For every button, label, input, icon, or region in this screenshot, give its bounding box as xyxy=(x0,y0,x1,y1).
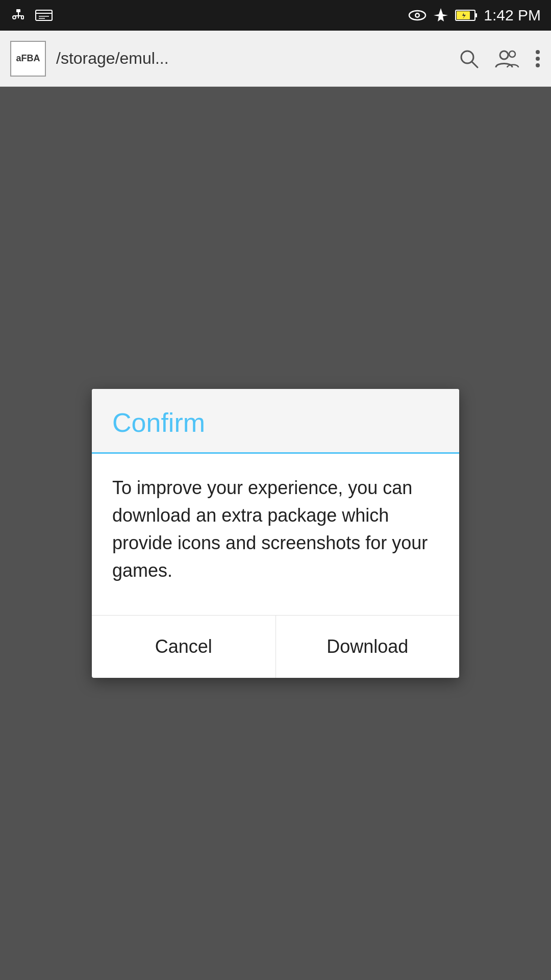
svg-point-19 xyxy=(536,50,540,54)
more-icon[interactable] xyxy=(535,48,541,69)
search-icon[interactable] xyxy=(458,48,480,69)
svg-rect-5 xyxy=(36,10,52,20)
dialog-message: To improve your experience, you can down… xyxy=(112,474,439,584)
svg-rect-0 xyxy=(16,9,20,12)
airplane-icon xyxy=(433,7,449,23)
svg-line-16 xyxy=(472,62,478,67)
dialog-overlay: Confirm To improve your experience, you … xyxy=(0,87,551,980)
dialog-title: Confirm xyxy=(112,408,205,437)
svg-rect-4 xyxy=(21,16,23,19)
users-icon[interactable] xyxy=(495,48,519,69)
dialog-header: Confirm xyxy=(92,389,459,454)
cancel-button[interactable]: Cancel xyxy=(92,616,276,678)
svg-point-21 xyxy=(536,63,540,67)
eye-icon xyxy=(408,8,427,22)
svg-point-20 xyxy=(536,57,540,61)
app-bar: aFBA /storage/emul... xyxy=(0,31,551,87)
confirm-dialog: Confirm To improve your experience, you … xyxy=(92,389,459,678)
svg-point-17 xyxy=(500,51,508,59)
svg-point-3 xyxy=(13,16,16,19)
svg-point-18 xyxy=(509,51,515,57)
svg-rect-14 xyxy=(475,13,477,17)
status-bar-left xyxy=(10,7,53,23)
app-bar-icons xyxy=(458,48,541,69)
status-bar-right: 1:42 PM xyxy=(408,7,541,24)
status-time: 1:42 PM xyxy=(484,7,541,24)
voicemail-icon xyxy=(35,8,53,22)
app-logo: aFBA xyxy=(10,41,46,77)
dialog-body: To improve your experience, you can down… xyxy=(92,454,459,615)
svg-point-11 xyxy=(416,14,419,17)
app-bar-path: /storage/emul... xyxy=(56,49,448,68)
main-content: Confirm To improve your experience, you … xyxy=(0,87,551,980)
dialog-actions: Cancel Download xyxy=(92,615,459,678)
battery-icon xyxy=(455,9,478,22)
download-button[interactable]: Download xyxy=(276,616,460,678)
status-bar: 1:42 PM xyxy=(0,0,551,31)
usb-icon xyxy=(10,7,27,23)
